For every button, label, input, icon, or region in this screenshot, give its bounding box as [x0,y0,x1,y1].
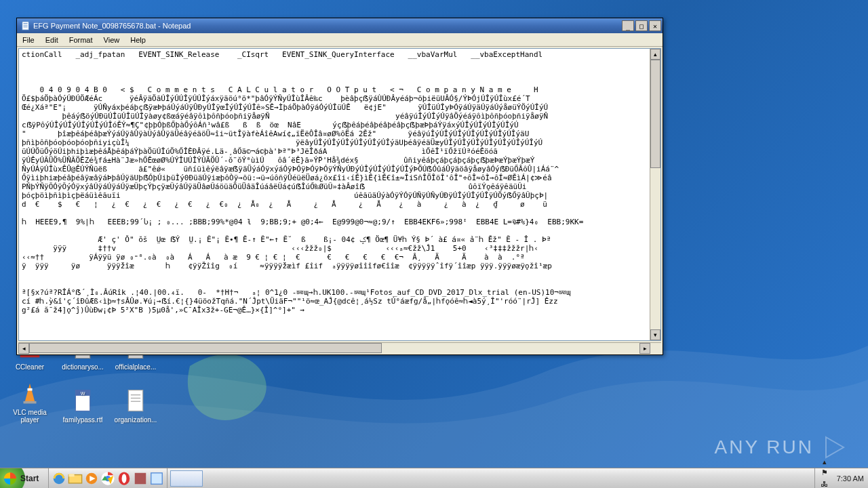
titlebar[interactable]: EFG Payment Note_0098765678.bat - Notepa… [17,18,663,33]
notepad-icon [21,21,31,30]
start-button[interactable]: Start [0,468,49,489]
svg-point-40 [122,474,127,483]
editor-area: ctionCall _adj_fpatan EVENT_SINK_Release… [18,48,661,341]
scroll-left-button[interactable]: ◂ [18,343,29,354]
svg-rect-19 [24,401,37,404]
vlc-label: VLC media player [6,409,54,424]
menu-format[interactable]: Format [64,35,98,45]
scroll-right-button[interactable]: ▸ [639,343,650,354]
app-icon[interactable] [133,471,148,486]
vscroll-thumb[interactable] [650,60,660,168]
menubar: FileEditFormatViewHelp [17,33,663,47]
familypass-icon: W [70,388,96,413]
svg-rect-42 [151,472,163,484]
window-title: EFG Payment Note_0098765678.bat - Notepa… [33,22,620,30]
maximize-button[interactable]: □ [635,20,648,31]
desktop-familypass[interactable]: Wfamilypass.rtf [56,373,109,426]
svg-rect-41 [135,472,146,484]
familypass-label: familypass.rtf [63,416,103,424]
menu-help[interactable]: Help [125,35,151,45]
quick-launch [49,468,167,488]
clock[interactable]: 7:30 AM [837,474,864,483]
taskbar-app-notepad[interactable] [170,470,203,487]
svg-text:W: W [81,391,85,396]
vlc-icon [17,380,43,406]
horizontal-scrollbar[interactable]: ◂ ▸ [18,342,661,353]
ie-icon[interactable] [52,471,66,486]
flag-icon[interactable]: ⚑ [819,468,830,479]
chrome-icon[interactable] [100,471,115,486]
text-content[interactable]: ctionCall _adj_fpatan EVENT_SINK_Release… [19,49,650,340]
system-tray: ▴⚑🖧🔊 7:30 AM [814,468,868,488]
desktop-organization[interactable]: organization... [109,373,162,426]
vertical-scrollbar[interactable]: ▴ ▾ [650,49,660,340]
wmp-icon[interactable] [84,471,99,486]
ccleaner-label: CCleaner [16,363,44,371]
show-hidden-icons[interactable]: ▴ [819,457,830,468]
svg-rect-23 [128,390,142,411]
close-button[interactable]: ✕ [649,20,661,31]
svg-rect-27 [22,22,29,30]
opera-icon[interactable] [117,471,132,486]
scroll-up-button[interactable]: ▴ [650,49,660,60]
minimize-button[interactable]: _ [622,20,634,31]
hscroll-thumb[interactable] [29,343,382,353]
notepad-window: EFG Payment Note_0098765678.bat - Notepa… [16,18,663,355]
menu-edit[interactable]: Edit [40,35,64,45]
svg-rect-18 [27,388,32,391]
menu-view[interactable]: View [98,35,125,45]
show-desktop-icon[interactable] [149,471,164,486]
svg-marker-17 [25,384,35,401]
scroll-down-button[interactable]: ▾ [650,329,660,340]
menu-file[interactable]: File [17,35,40,45]
taskbar: Start ▴⚑🖧🔊 7:30 AM [0,468,868,488]
organization-icon [123,388,149,413]
watermark-text: ANY RUN [714,436,814,458]
organization-label: organization... [115,416,157,424]
dictionaryso-label: dictionaryso... [62,363,104,371]
desktop-vlc[interactable]: VLC media player [3,373,56,426]
svg-rect-34 [69,474,75,476]
svg-marker-31 [826,437,844,458]
explorer-icon[interactable] [68,471,83,486]
network-icon[interactable]: 🖧 [819,479,830,489]
officialplace-label: officialplace... [115,363,156,371]
start-label: Start [20,474,39,483]
